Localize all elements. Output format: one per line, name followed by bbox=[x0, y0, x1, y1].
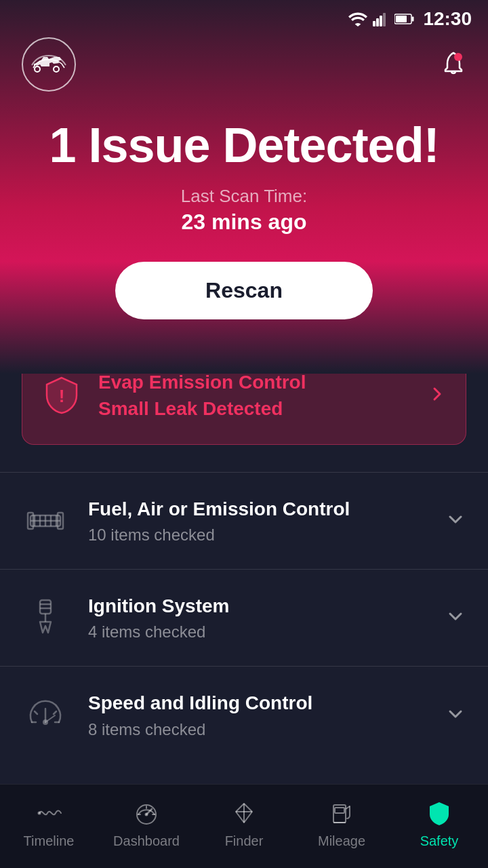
nav-label-safety: Safety bbox=[420, 833, 459, 849]
svg-point-9 bbox=[454, 53, 462, 61]
check-item-ignition[interactable]: Ignition System 4 items checked bbox=[22, 570, 466, 666]
svg-rect-0 bbox=[373, 21, 375, 26]
check-info-ignition: Ignition System 4 items checked bbox=[88, 594, 434, 642]
check-title-fuel: Fuel, Air or Emission Control bbox=[88, 497, 434, 521]
issue-description: Evap Emission Control Small Leak Detecte… bbox=[98, 369, 417, 422]
timeline-icon bbox=[34, 798, 64, 828]
rescan-button[interactable]: Rescan bbox=[115, 262, 373, 319]
nav-item-finder[interactable]: Finder bbox=[195, 798, 293, 849]
notification-button[interactable] bbox=[441, 50, 466, 79]
svg-rect-20 bbox=[40, 600, 51, 614]
status-icons bbox=[348, 12, 415, 26]
check-info-fuel: Fuel, Air or Emission Control 10 items c… bbox=[88, 497, 434, 545]
svg-rect-5 bbox=[412, 17, 414, 22]
check-title-speed: Speed and Idling Control bbox=[88, 691, 434, 715]
svg-text:!: ! bbox=[59, 386, 65, 406]
nav-item-mileage[interactable]: Mileage bbox=[293, 798, 390, 849]
check-subtitle-ignition: 4 items checked bbox=[88, 623, 434, 642]
check-title-ignition: Ignition System bbox=[88, 594, 434, 618]
check-subtitle-speed: 8 items checked bbox=[88, 720, 434, 739]
chevron-down-fuel bbox=[445, 509, 466, 533]
chevron-down-speed bbox=[445, 703, 466, 728]
nav-label-dashboard: Dashboard bbox=[113, 833, 180, 849]
hero-content: 1 Issue Detected! Last Scan Time: 23 min… bbox=[0, 105, 488, 319]
check-subtitle-fuel: 10 items checked bbox=[88, 526, 434, 545]
nav-label-finder: Finder bbox=[225, 833, 264, 849]
svg-rect-6 bbox=[396, 16, 407, 22]
chevron-down-ignition bbox=[445, 606, 466, 630]
nav-item-dashboard[interactable]: Dashboard bbox=[98, 798, 195, 849]
check-info-speed: Speed and Idling Control 8 items checked bbox=[88, 691, 434, 738]
svg-rect-41 bbox=[335, 808, 344, 813]
svg-rect-1 bbox=[376, 18, 379, 26]
shield-alert-icon: ! bbox=[41, 375, 82, 416]
issue-count: 1 Issue Detected! bbox=[27, 119, 461, 172]
mustang-logo bbox=[30, 52, 67, 77]
check-item-fuel[interactable]: Fuel, Air or Emission Control 10 items c… bbox=[22, 473, 466, 569]
ignition-icon bbox=[22, 594, 69, 642]
nav-item-timeline[interactable]: Timeline bbox=[0, 798, 98, 849]
svg-point-26 bbox=[43, 719, 48, 725]
hero-section: 1 Issue Detected! Last Scan Time: 23 min… bbox=[0, 0, 488, 374]
battery-icon bbox=[394, 13, 415, 25]
nav-item-safety[interactable]: Safety bbox=[390, 798, 488, 849]
nav-label-timeline: Timeline bbox=[24, 833, 75, 849]
fuel-icon bbox=[22, 497, 69, 545]
svg-point-31 bbox=[38, 812, 41, 815]
last-scan-label: Last Scan Time: bbox=[27, 186, 461, 207]
last-scan-time: 23 mins ago bbox=[27, 210, 461, 235]
svg-point-7 bbox=[35, 66, 40, 72]
check-item-speed[interactable]: Speed and Idling Control 8 items checked bbox=[22, 667, 466, 763]
svg-rect-3 bbox=[383, 13, 386, 26]
svg-rect-2 bbox=[380, 16, 382, 26]
safety-icon bbox=[424, 798, 454, 828]
nav-label-mileage: Mileage bbox=[318, 833, 365, 849]
svg-line-30 bbox=[54, 711, 56, 714]
speed-icon bbox=[22, 692, 69, 739]
svg-point-34 bbox=[145, 813, 148, 816]
status-bar: 12:30 bbox=[0, 0, 488, 38]
signal-icon bbox=[373, 12, 389, 26]
mileage-icon bbox=[327, 798, 357, 828]
bottom-nav: Timeline Dashboard Finder bbox=[0, 784, 488, 868]
svg-line-29 bbox=[35, 711, 37, 714]
svg-point-8 bbox=[54, 66, 59, 72]
chevron-right-icon bbox=[428, 384, 447, 406]
time-display: 12:30 bbox=[423, 8, 472, 30]
brand-logo bbox=[22, 37, 76, 92]
finder-icon bbox=[229, 798, 259, 828]
dashboard-icon bbox=[131, 798, 161, 828]
wifi-icon bbox=[348, 12, 367, 26]
